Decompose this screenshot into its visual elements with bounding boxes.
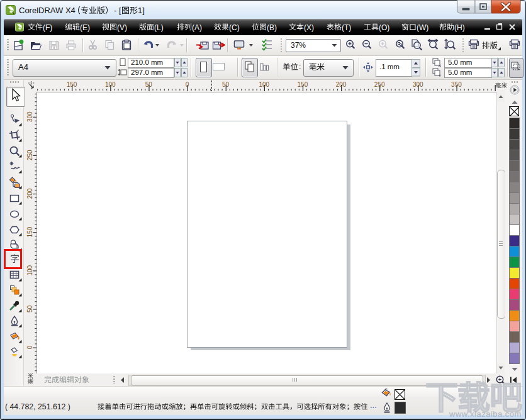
svg-text:250: 250: [26, 150, 33, 160]
svg-text:0: 0: [26, 345, 33, 349]
svg-text:0: 0: [186, 81, 189, 88]
svg-text:50: 50: [222, 81, 230, 88]
svg-text:300: 300: [413, 81, 423, 88]
svg-text:100: 100: [259, 81, 269, 88]
svg-text:150: 150: [298, 81, 308, 88]
svg-text:150: 150: [67, 81, 77, 88]
svg-text:100: 100: [105, 81, 116, 88]
svg-text:350: 350: [451, 81, 462, 88]
svg-text:200: 200: [336, 81, 347, 88]
svg-text:50: 50: [145, 81, 153, 88]
svg-text:250: 250: [374, 81, 385, 88]
svg-text:50: 50: [26, 305, 33, 312]
svg-text:300: 300: [26, 111, 33, 122]
svg-text:100: 100: [26, 265, 33, 275]
svg-text:150: 150: [26, 226, 33, 237]
svg-text:200: 200: [26, 188, 33, 199]
